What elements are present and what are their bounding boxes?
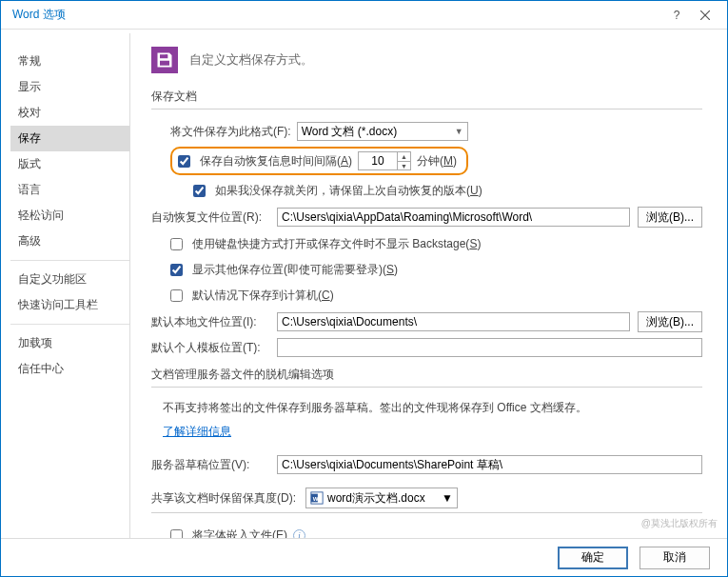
learn-more-link[interactable]: 了解详细信息: [163, 424, 231, 440]
spinner-up[interactable]: ▲: [397, 152, 410, 161]
recover-loc-input[interactable]: [277, 208, 630, 227]
format-select[interactable]: Word 文档 (*.docx) ▼: [297, 122, 468, 141]
info-icon[interactable]: i: [293, 529, 305, 539]
minutes-label: 分钟(M): [417, 153, 457, 169]
backstage-checkbox[interactable]: [170, 238, 183, 250]
watermark: @莫浅北版权所有: [641, 517, 718, 530]
embed-fonts-label: 将字体嵌入文件(E): [192, 527, 287, 539]
draft-loc-input[interactable]: [277, 455, 702, 474]
other-loc-checkbox[interactable]: [170, 264, 183, 276]
backstage-label: 使用键盘快捷方式打开或保存文件时不显示 Backstage(S): [192, 236, 481, 252]
autosave-minutes-spinner[interactable]: ▲ ▼: [358, 151, 411, 170]
chevron-down-icon: ▼: [442, 491, 453, 505]
draft-loc-label: 服务器草稿位置(V):: [151, 457, 269, 473]
svg-text:W: W: [313, 495, 319, 502]
default-computer-label: 默认情况下保存到计算机(C): [192, 288, 334, 304]
sidebar-item-ease[interactable]: 轻松访问: [10, 203, 129, 229]
sidebar-item-advanced[interactable]: 高级: [10, 229, 129, 254]
fidelity-doc-select[interactable]: W word演示文档.docx ▼: [305, 487, 458, 508]
default-computer-checkbox[interactable]: [170, 289, 183, 302]
template-loc-label: 默认个人模板位置(T):: [151, 340, 269, 356]
chevron-down-icon: ▼: [455, 127, 463, 136]
sidebar-item-display[interactable]: 显示: [10, 74, 129, 100]
section-offline-edit: 文档管理服务器文件的脱机编辑选项: [151, 367, 702, 383]
help-button[interactable]: ?: [662, 1, 691, 30]
section-fidelity: 共享该文档时保留保真度(D):: [151, 490, 296, 507]
ok-button[interactable]: 确定: [558, 547, 628, 569]
keep-last-label: 如果我没保存就关闭，请保留上次自动恢复的版本(U): [215, 183, 482, 199]
offline-desc: 不再支持将签出的文件保存到服务器草稿。签出的文件现将保存到 Office 文档缓…: [163, 399, 702, 416]
local-loc-input[interactable]: [277, 312, 630, 331]
sidebar-item-layout[interactable]: 版式: [10, 151, 129, 177]
template-loc-input[interactable]: [277, 338, 702, 357]
spinner-down[interactable]: ▼: [397, 161, 410, 169]
close-button[interactable]: [691, 1, 719, 30]
browse-recover-button[interactable]: 浏览(B)...: [638, 207, 702, 228]
section-save-docs: 保存文档: [151, 89, 702, 105]
window-title: Word 选项: [9, 7, 662, 23]
sidebar-item-addins[interactable]: 加载项: [10, 330, 129, 356]
sidebar-item-trust[interactable]: 信任中心: [10, 356, 129, 382]
sidebar-item-save[interactable]: 保存: [10, 126, 129, 151]
autosave-minutes-input[interactable]: [359, 152, 397, 169]
browse-local-button[interactable]: 浏览(B)...: [638, 311, 702, 332]
page-title: 自定义文档保存方式。: [189, 51, 313, 69]
keep-last-checkbox[interactable]: [193, 185, 206, 197]
sidebar-item-qat[interactable]: 快速访问工具栏: [10, 292, 129, 318]
embed-fonts-checkbox[interactable]: [170, 529, 183, 539]
save-icon: [151, 47, 178, 73]
svg-rect-2: [166, 54, 167, 57]
local-loc-label: 默认本地文件位置(I):: [151, 314, 269, 330]
format-label: 将文件保存为此格式(F):: [170, 124, 291, 140]
word-doc-icon: W: [310, 491, 324, 505]
sidebar-item-ribbon[interactable]: 自定义功能区: [10, 267, 129, 292]
other-loc-label: 显示其他保存位置(即使可能需要登录)(S): [192, 262, 398, 278]
recover-loc-label: 自动恢复文件位置(R):: [151, 209, 269, 226]
sidebar-item-proofing[interactable]: 校对: [10, 100, 129, 126]
sidebar-item-general[interactable]: 常规: [10, 49, 129, 74]
cancel-button[interactable]: 取消: [639, 547, 710, 569]
autosave-checkbox[interactable]: [178, 155, 190, 168]
sidebar-item-language[interactable]: 语言: [10, 177, 129, 203]
autosave-label: 保存自动恢复信息时间间隔(A): [200, 153, 352, 169]
sidebar: 常规 显示 校对 保存 版式 语言 轻松访问 高级 自定义功能区 快速访问工具栏…: [10, 33, 130, 538]
